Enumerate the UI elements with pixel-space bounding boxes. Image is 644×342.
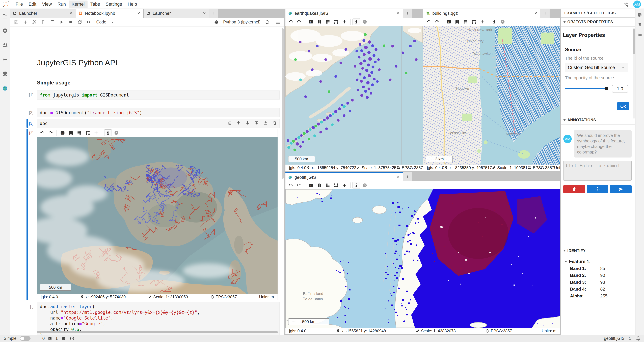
earthquake-point[interactable] [299,78,302,81]
running-kernels-icon[interactable] [2,28,8,33]
earthquake-point[interactable] [377,58,380,61]
france-map[interactable]: 500 km [37,137,278,294]
earthquake-point[interactable] [316,45,319,47]
menu-item-kernel[interactable]: Kernel [69,0,88,8]
cell-type-dropdown[interactable]: Code [96,19,115,24]
table-of-contents-icon[interactable] [2,57,8,62]
code-cell-2[interactable]: [2]: doc = GISDocument("france_hiking.jG… [37,108,280,117]
identify-icon[interactable] [104,129,112,136]
earthquake-point[interactable] [362,86,365,88]
earthquake-point[interactable] [308,50,310,52]
earthquake-point[interactable] [346,101,349,105]
console-icon[interactable] [307,18,315,25]
redo-icon[interactable] [433,18,441,25]
debugger-icon[interactable] [212,18,220,26]
save-button[interactable] [12,18,20,26]
basemap-icon[interactable] [316,18,323,25]
bell-icon[interactable] [636,336,641,341]
redo-icon[interactable] [295,182,303,189]
earthquake-point[interactable] [360,49,363,52]
earthquake-point[interactable] [367,63,370,66]
polygon-select-icon[interactable] [84,129,92,136]
earthquake-point[interactable] [374,61,377,63]
console-icon[interactable] [307,182,315,189]
earthquake-point[interactable] [308,138,310,141]
menu-item-view[interactable]: View [39,0,55,8]
earthquake-point[interactable] [341,104,344,106]
opacity-slider[interactable] [565,88,608,89]
list-icon[interactable] [637,32,642,37]
earthquake-point[interactable] [363,53,366,56]
earthquake-point[interactable] [297,136,300,139]
earthquake-point[interactable] [338,107,341,110]
notebook-hscrollbar[interactable] [37,331,278,333]
undo-icon[interactable] [287,18,294,25]
earthquake-point[interactable] [355,50,358,52]
source-select[interactable]: Custom GeoTiff Source [565,63,628,72]
earthquake-point[interactable] [368,40,371,44]
close-icon[interactable] [202,11,206,15]
new-tab-button[interactable] [209,9,218,18]
earthquake-point[interactable] [370,92,372,95]
close-icon[interactable] [396,11,400,15]
move-up-icon[interactable] [236,120,241,125]
delete-annotation-button[interactable] [563,185,585,193]
gis-icon[interactable] [2,85,8,91]
cut-cell-button[interactable] [30,18,38,26]
undo-icon[interactable] [425,18,432,25]
menu-item-file[interactable]: File [13,0,26,8]
temporal-icon[interactable] [499,18,506,25]
file-browser-icon[interactable] [2,13,8,19]
earthquake-point[interactable] [334,110,338,113]
earthquake-point[interactable] [340,62,342,64]
earthquakes-map[interactable]: 500 km [286,26,422,165]
new-tab-button[interactable] [403,9,412,18]
annotation-input[interactable] [563,161,632,181]
earthquake-point[interactable] [299,41,302,43]
earthquake-point[interactable] [370,71,373,74]
section-objects-properties[interactable]: OBJECTS PROPERTIES [561,17,635,27]
basemap-icon[interactable] [453,18,461,25]
earthquake-point[interactable] [303,132,306,135]
earthquake-point[interactable] [323,119,326,121]
earthquake-point[interactable] [356,78,358,81]
paste-cell-button[interactable] [49,18,56,26]
earthquake-point[interactable] [349,110,351,112]
earthquake-point[interactable] [415,58,418,61]
restart-kernel-button[interactable] [76,18,84,26]
menu-item-edit[interactable]: Edit [26,0,40,8]
simple-mode-toggle[interactable] [20,336,30,341]
earthquake-point[interactable] [358,56,360,58]
add-layer-icon[interactable] [478,18,486,25]
polygon-select-icon[interactable] [470,18,478,25]
buildings-map[interactable]: West New YorkUnion CityWeehawkenHobokenJ… [423,26,560,165]
tab-buildings[interactable]: buildings.qgz [423,9,541,18]
temporal-icon[interactable] [361,18,368,25]
earthquake-point[interactable] [368,57,372,61]
earthquake-point[interactable] [293,148,296,151]
basemap-icon[interactable] [67,129,75,136]
earthquake-point[interactable] [309,128,312,131]
terminals-count[interactable]: 0 [42,336,44,341]
delete-cell-icon[interactable] [272,120,277,125]
earthquake-point[interactable] [366,81,370,84]
share-icon[interactable] [623,1,629,7]
earthquake-point[interactable] [286,139,289,142]
terminal-icon[interactable] [48,337,52,341]
earthquake-point[interactable] [324,58,327,61]
menu-item-tabs[interactable]: Tabs [88,0,103,8]
earthquake-point[interactable] [364,90,367,93]
grid-icon[interactable] [324,18,332,25]
undo-icon[interactable] [287,182,294,189]
earthquake-point[interactable] [361,67,364,70]
new-tab-button[interactable] [541,9,550,18]
earthquake-point[interactable] [378,68,381,71]
close-icon[interactable] [69,11,73,15]
console-icon[interactable] [445,18,453,25]
close-icon[interactable] [137,11,141,15]
earthquake-point[interactable] [337,119,340,122]
earthquake-point[interactable] [391,44,394,47]
grid-icon[interactable] [76,129,83,136]
earthquake-point[interactable] [360,80,363,83]
earthquake-point[interactable] [359,43,362,46]
